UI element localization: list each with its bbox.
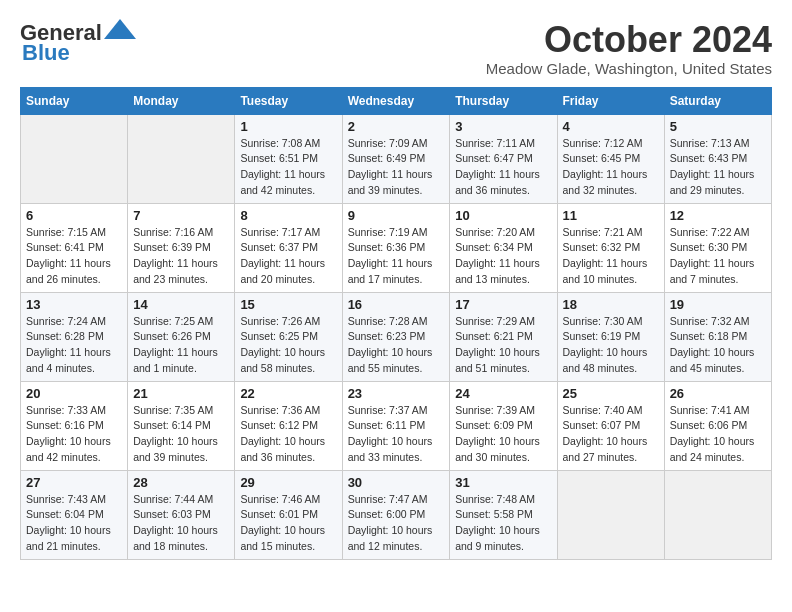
day-detail: Sunrise: 7:36 AM Sunset: 6:12 PM Dayligh… — [240, 403, 336, 466]
day-detail: Sunrise: 7:24 AM Sunset: 6:28 PM Dayligh… — [26, 314, 122, 377]
day-number: 18 — [563, 297, 659, 312]
day-detail: Sunrise: 7:19 AM Sunset: 6:36 PM Dayligh… — [348, 225, 445, 288]
calendar-cell: 27Sunrise: 7:43 AM Sunset: 6:04 PM Dayli… — [21, 470, 128, 559]
day-detail: Sunrise: 7:43 AM Sunset: 6:04 PM Dayligh… — [26, 492, 122, 555]
page-header: General Blue October 2024 Meadow Glade, … — [20, 20, 772, 77]
day-detail: Sunrise: 7:26 AM Sunset: 6:25 PM Dayligh… — [240, 314, 336, 377]
week-row-2: 6Sunrise: 7:15 AM Sunset: 6:41 PM Daylig… — [21, 203, 772, 292]
day-number: 2 — [348, 119, 445, 134]
location: Meadow Glade, Washington, United States — [486, 60, 772, 77]
calendar-cell: 20Sunrise: 7:33 AM Sunset: 6:16 PM Dayli… — [21, 381, 128, 470]
week-row-4: 20Sunrise: 7:33 AM Sunset: 6:16 PM Dayli… — [21, 381, 772, 470]
day-detail: Sunrise: 7:29 AM Sunset: 6:21 PM Dayligh… — [455, 314, 551, 377]
day-number: 19 — [670, 297, 766, 312]
weekday-header-row: SundayMondayTuesdayWednesdayThursdayFrid… — [21, 87, 772, 114]
calendar-cell: 26Sunrise: 7:41 AM Sunset: 6:06 PM Dayli… — [664, 381, 771, 470]
day-number: 16 — [348, 297, 445, 312]
day-number: 28 — [133, 475, 229, 490]
weekday-header-wednesday: Wednesday — [342, 87, 450, 114]
month-title: October 2024 — [486, 20, 772, 60]
weekday-header-sunday: Sunday — [21, 87, 128, 114]
calendar-cell: 9Sunrise: 7:19 AM Sunset: 6:36 PM Daylig… — [342, 203, 450, 292]
day-detail: Sunrise: 7:35 AM Sunset: 6:14 PM Dayligh… — [133, 403, 229, 466]
calendar-cell: 11Sunrise: 7:21 AM Sunset: 6:32 PM Dayli… — [557, 203, 664, 292]
day-number: 1 — [240, 119, 336, 134]
day-detail: Sunrise: 7:20 AM Sunset: 6:34 PM Dayligh… — [455, 225, 551, 288]
calendar-cell: 14Sunrise: 7:25 AM Sunset: 6:26 PM Dayli… — [128, 292, 235, 381]
day-detail: Sunrise: 7:37 AM Sunset: 6:11 PM Dayligh… — [348, 403, 445, 466]
day-detail: Sunrise: 7:46 AM Sunset: 6:01 PM Dayligh… — [240, 492, 336, 555]
calendar-cell: 30Sunrise: 7:47 AM Sunset: 6:00 PM Dayli… — [342, 470, 450, 559]
calendar-cell: 22Sunrise: 7:36 AM Sunset: 6:12 PM Dayli… — [235, 381, 342, 470]
day-detail: Sunrise: 7:33 AM Sunset: 6:16 PM Dayligh… — [26, 403, 122, 466]
day-number: 31 — [455, 475, 551, 490]
day-number: 27 — [26, 475, 122, 490]
logo: General Blue — [20, 20, 136, 66]
day-detail: Sunrise: 7:28 AM Sunset: 6:23 PM Dayligh… — [348, 314, 445, 377]
weekday-header-friday: Friday — [557, 87, 664, 114]
weekday-header-thursday: Thursday — [450, 87, 557, 114]
calendar-cell: 23Sunrise: 7:37 AM Sunset: 6:11 PM Dayli… — [342, 381, 450, 470]
day-number: 22 — [240, 386, 336, 401]
calendar-cell: 10Sunrise: 7:20 AM Sunset: 6:34 PM Dayli… — [450, 203, 557, 292]
day-detail: Sunrise: 7:44 AM Sunset: 6:03 PM Dayligh… — [133, 492, 229, 555]
calendar-cell: 18Sunrise: 7:30 AM Sunset: 6:19 PM Dayli… — [557, 292, 664, 381]
day-number: 4 — [563, 119, 659, 134]
day-detail: Sunrise: 7:40 AM Sunset: 6:07 PM Dayligh… — [563, 403, 659, 466]
day-number: 6 — [26, 208, 122, 223]
day-detail: Sunrise: 7:39 AM Sunset: 6:09 PM Dayligh… — [455, 403, 551, 466]
calendar-cell: 29Sunrise: 7:46 AM Sunset: 6:01 PM Dayli… — [235, 470, 342, 559]
day-detail: Sunrise: 7:08 AM Sunset: 6:51 PM Dayligh… — [240, 136, 336, 199]
weekday-header-tuesday: Tuesday — [235, 87, 342, 114]
title-block: October 2024 Meadow Glade, Washington, U… — [486, 20, 772, 77]
calendar-cell: 4Sunrise: 7:12 AM Sunset: 6:45 PM Daylig… — [557, 114, 664, 203]
day-number: 29 — [240, 475, 336, 490]
day-number: 3 — [455, 119, 551, 134]
day-detail: Sunrise: 7:25 AM Sunset: 6:26 PM Dayligh… — [133, 314, 229, 377]
day-detail: Sunrise: 7:15 AM Sunset: 6:41 PM Dayligh… — [26, 225, 122, 288]
calendar-cell: 2Sunrise: 7:09 AM Sunset: 6:49 PM Daylig… — [342, 114, 450, 203]
day-number: 11 — [563, 208, 659, 223]
calendar-cell: 24Sunrise: 7:39 AM Sunset: 6:09 PM Dayli… — [450, 381, 557, 470]
calendar-cell: 7Sunrise: 7:16 AM Sunset: 6:39 PM Daylig… — [128, 203, 235, 292]
calendar-cell — [128, 114, 235, 203]
logo-blue: Blue — [22, 40, 70, 66]
day-number: 25 — [563, 386, 659, 401]
calendar-cell: 8Sunrise: 7:17 AM Sunset: 6:37 PM Daylig… — [235, 203, 342, 292]
day-number: 14 — [133, 297, 229, 312]
calendar-cell: 31Sunrise: 7:48 AM Sunset: 5:58 PM Dayli… — [450, 470, 557, 559]
weekday-header-saturday: Saturday — [664, 87, 771, 114]
day-number: 12 — [670, 208, 766, 223]
day-detail: Sunrise: 7:22 AM Sunset: 6:30 PM Dayligh… — [670, 225, 766, 288]
day-detail: Sunrise: 7:32 AM Sunset: 6:18 PM Dayligh… — [670, 314, 766, 377]
day-detail: Sunrise: 7:48 AM Sunset: 5:58 PM Dayligh… — [455, 492, 551, 555]
day-detail: Sunrise: 7:12 AM Sunset: 6:45 PM Dayligh… — [563, 136, 659, 199]
day-number: 26 — [670, 386, 766, 401]
day-number: 5 — [670, 119, 766, 134]
day-number: 9 — [348, 208, 445, 223]
logo-icon — [104, 19, 136, 39]
calendar-cell: 25Sunrise: 7:40 AM Sunset: 6:07 PM Dayli… — [557, 381, 664, 470]
calendar-table: SundayMondayTuesdayWednesdayThursdayFrid… — [20, 87, 772, 560]
day-number: 10 — [455, 208, 551, 223]
calendar-cell: 15Sunrise: 7:26 AM Sunset: 6:25 PM Dayli… — [235, 292, 342, 381]
calendar-cell — [664, 470, 771, 559]
calendar-cell — [21, 114, 128, 203]
week-row-3: 13Sunrise: 7:24 AM Sunset: 6:28 PM Dayli… — [21, 292, 772, 381]
day-detail: Sunrise: 7:17 AM Sunset: 6:37 PM Dayligh… — [240, 225, 336, 288]
day-number: 23 — [348, 386, 445, 401]
day-number: 20 — [26, 386, 122, 401]
week-row-5: 27Sunrise: 7:43 AM Sunset: 6:04 PM Dayli… — [21, 470, 772, 559]
day-detail: Sunrise: 7:09 AM Sunset: 6:49 PM Dayligh… — [348, 136, 445, 199]
calendar-cell: 5Sunrise: 7:13 AM Sunset: 6:43 PM Daylig… — [664, 114, 771, 203]
day-detail: Sunrise: 7:21 AM Sunset: 6:32 PM Dayligh… — [563, 225, 659, 288]
week-row-1: 1Sunrise: 7:08 AM Sunset: 6:51 PM Daylig… — [21, 114, 772, 203]
day-number: 30 — [348, 475, 445, 490]
calendar-cell: 13Sunrise: 7:24 AM Sunset: 6:28 PM Dayli… — [21, 292, 128, 381]
day-number: 8 — [240, 208, 336, 223]
day-detail: Sunrise: 7:47 AM Sunset: 6:00 PM Dayligh… — [348, 492, 445, 555]
day-number: 15 — [240, 297, 336, 312]
calendar-cell: 1Sunrise: 7:08 AM Sunset: 6:51 PM Daylig… — [235, 114, 342, 203]
calendar-cell: 19Sunrise: 7:32 AM Sunset: 6:18 PM Dayli… — [664, 292, 771, 381]
day-detail: Sunrise: 7:13 AM Sunset: 6:43 PM Dayligh… — [670, 136, 766, 199]
